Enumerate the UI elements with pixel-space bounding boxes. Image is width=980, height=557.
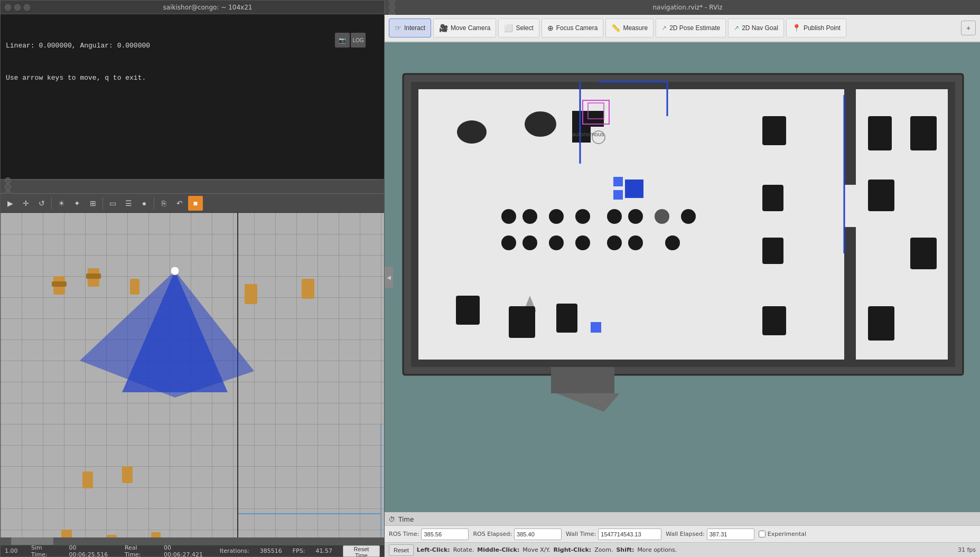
focus-camera-label: Focus Camera xyxy=(556,24,598,32)
gz-select-tool[interactable]: ▶ xyxy=(3,196,17,211)
shift-label: Shift: xyxy=(616,546,634,553)
gz-separator1 xyxy=(51,197,52,210)
move-camera-tool-btn[interactable]: 🎥 Move Camera xyxy=(433,18,496,37)
gz-screenshot-btn[interactable]: 📷 xyxy=(335,33,350,48)
gz-undo-tool[interactable]: ↶ xyxy=(172,196,187,211)
gz-sim-time-label: Sim Time: xyxy=(31,544,58,558)
move-camera-label: Move Camera xyxy=(451,24,490,32)
select-tool-btn[interactable]: ⬜ Select xyxy=(498,18,539,37)
pose-estimate-label: 2D Pose Estimate xyxy=(669,24,720,32)
toolbar-add-btn[interactable]: + xyxy=(961,21,976,35)
gz-log-btn[interactable]: LOG xyxy=(351,33,366,48)
pillar5 xyxy=(607,209,622,224)
map-floor-right xyxy=(852,82,955,367)
terminal-title: saikishor@congo: ~ 104x21 xyxy=(35,4,380,11)
gz-translate-tool[interactable]: ✛ xyxy=(18,196,33,211)
gz-grid-tool[interactable]: ⊞ xyxy=(86,196,100,211)
interact-label: Interact xyxy=(404,24,425,32)
gz-rotate-tool[interactable]: ↺ xyxy=(34,196,49,211)
wall-elapsed-label: Wall Elapsed: xyxy=(666,531,704,537)
shift-desc: More options. xyxy=(637,546,677,553)
pillar10 xyxy=(522,235,537,250)
gz-separator2 xyxy=(102,197,103,210)
nav-goal-icon: ↗ xyxy=(734,24,739,32)
gz-record-tool[interactable]: ● xyxy=(137,196,152,211)
furniture5 xyxy=(762,185,783,211)
minimize-icon[interactable] xyxy=(14,4,21,11)
interact-tool-btn[interactable]: ☞ Interact xyxy=(389,18,431,37)
wall-time-input[interactable] xyxy=(598,528,661,540)
cylinder6 xyxy=(61,530,72,537)
close-icon[interactable] xyxy=(5,4,11,11)
gz-iterations-label: Iterations: xyxy=(220,547,249,554)
gz-reset-time-btn[interactable]: Reset Time xyxy=(343,545,380,557)
time-panel-title: Time xyxy=(398,516,414,523)
pillar7 xyxy=(655,209,669,224)
cylinder10 xyxy=(122,466,133,483)
window-buttons xyxy=(5,4,30,11)
rviz-fps: 31 fps xyxy=(958,546,976,553)
robot-center xyxy=(171,267,179,275)
rviz-reset-btn[interactable]: Reset xyxy=(389,544,414,556)
furniture7 xyxy=(762,306,786,335)
terminal-titlebar: saikishor@congo: ~ 104x21 xyxy=(1,1,384,14)
wall-elapsed-input[interactable] xyxy=(707,528,754,540)
gz-copy-tool[interactable]: ⎘ xyxy=(156,196,171,211)
pose-estimate-tool-btn[interactable]: ↗ 2D Pose Estimate xyxy=(656,18,726,37)
gz-sim-time-value: 00 00:06:25.516 xyxy=(69,544,114,558)
rviz-minimize-icon[interactable] xyxy=(389,4,395,11)
ros-elapsed-input[interactable] xyxy=(514,528,562,540)
pillar13 xyxy=(607,235,622,250)
measure-icon: 📏 xyxy=(611,24,620,32)
gz-list-tool[interactable]: ☰ xyxy=(121,196,136,211)
maximize-icon[interactable] xyxy=(24,4,30,11)
top-wall-right xyxy=(852,82,955,89)
gz-active-tool[interactable]: ■ xyxy=(188,196,203,211)
cylinder2-shadow xyxy=(86,273,101,279)
rfurniture5 xyxy=(868,306,894,341)
pillar15 xyxy=(665,235,680,250)
map-door-opening xyxy=(844,185,856,227)
gz-scrollbar[interactable] xyxy=(1,537,384,545)
rviz-viewport[interactable]: ◀ xyxy=(385,42,980,512)
focus-camera-icon: ⊕ xyxy=(547,24,554,32)
ros-elapsed-group: ROS Elapsed: xyxy=(473,528,562,540)
focus-camera-tool-btn[interactable]: ⊕ Focus Camera xyxy=(542,18,604,37)
publish-point-tool-btn[interactable]: 📍 Publish Point xyxy=(786,18,846,37)
pillar9 xyxy=(501,235,516,250)
cylinder5 xyxy=(302,279,314,299)
gz-light-tool[interactable]: ✦ xyxy=(70,196,85,211)
pillar6 xyxy=(628,209,643,224)
gazebo-scene xyxy=(1,213,384,537)
rviz-close-icon[interactable] xyxy=(389,0,395,4)
gz-scroll-track[interactable] xyxy=(1,537,384,545)
gz-close-icon[interactable] xyxy=(5,177,11,184)
gz-scroll-thumb[interactable] xyxy=(11,537,53,545)
wall-elapsed-group: Wall Elapsed: xyxy=(666,528,754,540)
ros-time-label: ROS Time: xyxy=(389,531,419,537)
nav-goal-tool-btn[interactable]: ↗ 2D Nav Goal xyxy=(728,18,784,37)
gz-real-time-value: 00 00:06:27.421 xyxy=(164,544,209,558)
obstacle2 xyxy=(525,111,556,137)
gz-real-time-label: Real Time: xyxy=(125,544,153,558)
gz-minimize-icon[interactable] xyxy=(5,184,11,190)
gz-box-tool[interactable]: ▭ xyxy=(105,196,120,211)
left-wall xyxy=(411,82,418,367)
furniture1 xyxy=(456,296,480,325)
gz-sun-tool[interactable]: ☀ xyxy=(54,196,69,211)
ros-time-input[interactable] xyxy=(421,528,469,540)
measure-tool-btn[interactable]: 📏 Measure xyxy=(605,18,654,37)
gazebo-viewport[interactable] xyxy=(1,213,384,537)
cylinder3 xyxy=(130,279,139,295)
robot-pos-label: autonomous xyxy=(572,131,604,137)
pillar11 xyxy=(549,235,564,250)
time-panel-body: ROS Time: ROS Elapsed: Wall Time: Wall E… xyxy=(385,526,980,542)
rviz-panel: navigation.rviz* - RViz ☞ Interact 🎥 Mov… xyxy=(385,0,980,557)
robot-body xyxy=(80,271,254,398)
map-bottom-ext xyxy=(551,367,614,393)
experimental-checkbox[interactable] xyxy=(759,531,766,537)
interact-icon: ☞ xyxy=(395,24,402,32)
collapse-panel-arrow[interactable]: ◀ xyxy=(385,267,393,288)
terminal-body[interactable]: Linear: 0.000000, Angular: 0.000000 Use … xyxy=(1,14,384,179)
nav-box4 xyxy=(591,322,601,333)
